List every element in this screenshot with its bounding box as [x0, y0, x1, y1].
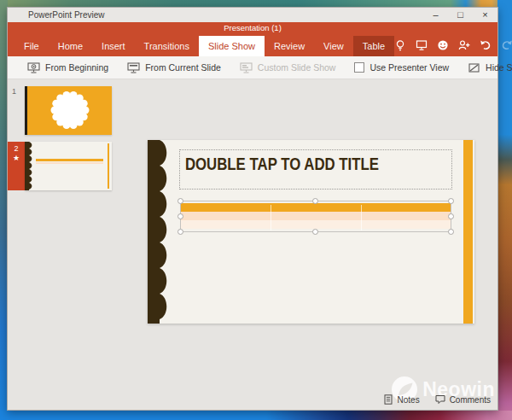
slide1-number: 1	[12, 87, 16, 96]
use-presenter-view-label: Use Presenter View	[369, 62, 449, 73]
resize-handle-bottom-middle[interactable]	[312, 229, 318, 235]
present-to-screen-icon[interactable]	[416, 39, 428, 51]
slide-table[interactable]	[181, 203, 451, 229]
maximize-button[interactable]: □	[448, 8, 473, 22]
from-current-slide-button[interactable]: From Current Slide	[118, 56, 230, 79]
slide2-selection-marker[interactable]: 2 ★	[8, 142, 25, 190]
hide-slide-icon	[468, 62, 480, 73]
tab-insert[interactable]: Insert	[92, 36, 135, 56]
thumbnail-table-bar	[36, 159, 103, 161]
table-column-divider	[361, 205, 362, 230]
tab-view[interactable]: View	[314, 36, 353, 56]
table-row[interactable]	[181, 212, 451, 220]
monitor-play-icon	[27, 62, 40, 73]
comments-button[interactable]: Comments	[435, 394, 491, 405]
monitor-slide-icon	[127, 62, 140, 73]
monitor-custom-icon	[240, 62, 253, 73]
hide-slide-button[interactable]: Hide Slide	[458, 56, 512, 79]
titlebar: PowerPoint Preview – □ ×	[8, 8, 497, 22]
resize-handle-middle-left[interactable]	[177, 213, 183, 219]
status-buttons: Notes Comments	[383, 394, 491, 405]
desktop-wallpaper-bottom	[0, 411, 512, 420]
feedback-smiley-icon[interactable]	[437, 39, 449, 51]
document-title-bar: Presentation (1)	[8, 22, 497, 34]
tab-file[interactable]: File	[15, 36, 49, 56]
slide-right-strip	[463, 140, 473, 324]
redo-icon[interactable]	[501, 39, 512, 51]
resize-handle-top-right[interactable]	[448, 198, 454, 204]
use-presenter-view-checkbox[interactable]: Use Presenter View	[345, 56, 458, 79]
slide2-number: 2	[14, 144, 18, 153]
title-placeholder[interactable]: DOUBLE TAP TO ADD TITLE	[179, 149, 452, 190]
wavy-band-shape	[25, 142, 33, 190]
thumbnail-right-strip	[108, 143, 109, 189]
tab-table[interactable]: Table	[353, 36, 394, 56]
tab-review[interactable]: Review	[265, 36, 314, 56]
comments-icon	[435, 394, 445, 405]
resize-handle-bottom-left[interactable]	[177, 229, 183, 235]
table-row[interactable]	[181, 220, 451, 229]
slide1-thumbnail[interactable]	[25, 86, 112, 135]
table-selection-box[interactable]	[180, 201, 451, 232]
table-header-row[interactable]	[181, 203, 451, 212]
editor-canvas: 1 2 ★	[8, 79, 497, 410]
comments-label: Comments	[450, 395, 491, 405]
transition-star-icon: ★	[13, 154, 20, 162]
tab-slide-show[interactable]: Slide Show	[199, 36, 265, 56]
checkbox-box[interactable]	[354, 62, 364, 73]
custom-slide-show-label: Custom Slide Show	[258, 62, 336, 73]
resize-handle-bottom-right[interactable]	[448, 229, 454, 235]
tab-transitions[interactable]: Transitions	[135, 36, 199, 56]
resize-handle-top-left[interactable]	[177, 198, 183, 204]
thumbnail-table-row	[36, 162, 103, 164]
hide-slide-label: Hide Slide	[486, 62, 512, 73]
scalloped-circle-shape	[47, 87, 93, 133]
notes-icon	[383, 394, 393, 405]
from-beginning-label: From Beginning	[45, 62, 108, 73]
wavy-band-shape	[148, 140, 170, 324]
close-button[interactable]: ×	[473, 8, 497, 22]
from-current-slide-label: From Current Slide	[145, 62, 221, 73]
slide-editing-surface[interactable]: DOUBLE TAP TO ADD TITLE	[148, 140, 474, 324]
slide1-left-band	[25, 86, 27, 135]
notes-button[interactable]: Notes	[383, 394, 420, 405]
app-window: PowerPoint Preview – □ × Presentation (1…	[7, 7, 498, 411]
slide2-thumbnail[interactable]	[25, 142, 112, 190]
window-title: PowerPoint Preview	[8, 10, 104, 20]
ribbon-tabs: File Home Insert Transitions Slide Show …	[8, 34, 497, 56]
document-title: Presentation (1)	[224, 23, 282, 32]
title-placeholder-text: DOUBLE TAP TO ADD TITLE	[180, 150, 379, 174]
ribbon-command-bar: From Beginning From Current Slide Custom…	[8, 56, 497, 79]
custom-slide-show-button[interactable]: Custom Slide Show	[230, 56, 346, 79]
add-people-icon[interactable]	[458, 39, 470, 51]
from-beginning-button[interactable]: From Beginning	[18, 56, 118, 79]
notes-label: Notes	[398, 395, 420, 405]
undo-icon[interactable]	[480, 39, 492, 51]
resize-handle-middle-right[interactable]	[448, 213, 454, 219]
tab-home[interactable]: Home	[49, 36, 92, 56]
resize-handle-top-middle[interactable]	[312, 198, 318, 204]
minimize-button[interactable]: –	[423, 8, 448, 22]
table-column-divider	[271, 205, 271, 230]
lightbulb-icon[interactable]	[394, 39, 406, 51]
